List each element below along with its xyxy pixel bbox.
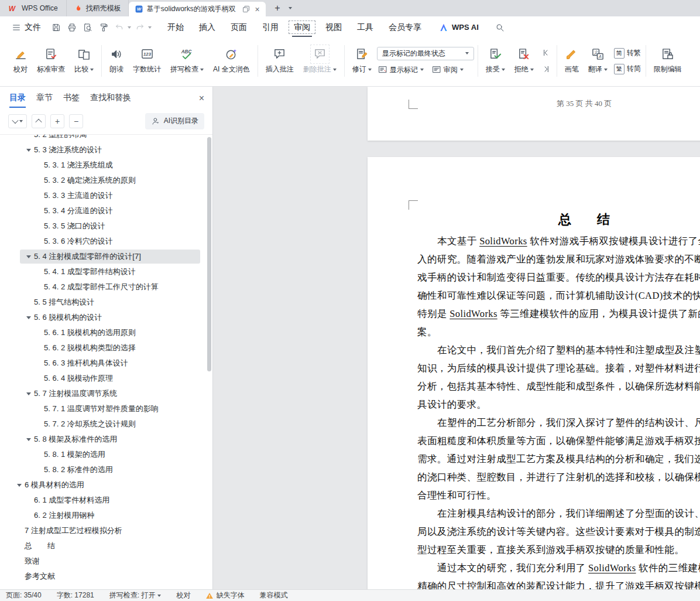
outline-item[interactable]: 5. 4. 1 成型零部件结构设计 — [0, 264, 207, 279]
outline-item[interactable]: 总 结 — [0, 538, 207, 554]
show-markup-button[interactable]: 显示标记 — [377, 64, 425, 76]
menu-item-引用[interactable]: 引用 — [255, 16, 286, 38]
collapse-triangle-icon[interactable] — [25, 438, 33, 441]
simplified-to-traditional-button[interactable]: 简 转繁 — [613, 47, 642, 59]
read-aloud-button[interactable]: 朗读 — [105, 46, 128, 76]
collapse-triangle-icon[interactable] — [25, 255, 33, 258]
outline-item[interactable]: 5. 3. 6 冷料穴的设计 — [0, 234, 207, 249]
outline-item[interactable]: 6. 1 成型零件材料选用 — [0, 493, 207, 508]
collapse-triangle-icon[interactable] — [15, 484, 23, 487]
spell-check-button[interactable]: ABC 拼写检查 — [166, 46, 208, 76]
compare-button[interactable]: 比较 — [70, 46, 98, 76]
compatibility-mode-indicator[interactable]: 兼容模式 — [259, 590, 287, 600]
reject-button[interactable]: 拒绝 — [510, 46, 538, 76]
review-pane-button[interactable]: 审阅 — [431, 64, 465, 76]
menu-item-审阅[interactable]: 审阅 — [286, 16, 318, 38]
collapse-button[interactable] — [32, 114, 46, 128]
tab-template-store[interactable]: 找稻壳模板 — [66, 0, 129, 16]
outline-item[interactable]: 参考文献 — [0, 569, 207, 584]
outline-item[interactable]: 5. 8. 1 模架的选用 — [0, 447, 207, 462]
insert-comment-button[interactable]: 插入批注 — [262, 46, 298, 76]
outline-item[interactable]: 5. 3. 3 主流道的设计 — [0, 188, 207, 203]
redo-chevron-icon[interactable] — [148, 26, 152, 29]
outline-item[interactable]: 5. 7. 1 温度调节对塑件质量的影响 — [0, 401, 207, 416]
outline-item[interactable]: 6 模具材料的选用 — [0, 477, 207, 493]
menu-item-页面[interactable]: 页面 — [223, 16, 255, 38]
outline-item[interactable]: 5. 6. 3 推杆机构具体设计 — [0, 356, 207, 371]
spellcheck-toggle[interactable]: 拼写检查: 打开 — [109, 590, 162, 600]
menu-item-工具[interactable]: 工具 — [349, 16, 381, 38]
new-tab-button[interactable]: + — [272, 2, 283, 14]
outline-item[interactable]: 5. 4 注射模成型零部件的设计[7] — [0, 249, 207, 264]
outline-item[interactable]: 5. 3. 5 浇口的设计 — [0, 218, 207, 234]
proofread-status[interactable]: 校对 — [176, 590, 190, 600]
page-indicator[interactable]: 页面: 35/40 — [6, 590, 42, 600]
outline-item[interactable]: 5. 3. 2 确定浇注系统的原则 — [0, 173, 207, 188]
expand-all-button[interactable]: + — [50, 114, 64, 128]
collapse-triangle-icon[interactable] — [25, 392, 33, 395]
ai-recognize-toc-button[interactable]: AI识别目录 — [145, 113, 204, 129]
outline-item[interactable]: 5. 8. 2 标准件的选用 — [0, 462, 207, 477]
outline-item[interactable]: 5. 3 浇注系统的设计 — [0, 142, 207, 158]
outline-item[interactable]: 5. 6. 1 脱模机构的选用原则 — [0, 325, 207, 340]
outline-item[interactable]: 5. 3. 1 浇注系统组成 — [0, 158, 207, 173]
panel-tab-outline[interactable]: 目录 — [9, 93, 26, 103]
next-change-button[interactable] — [539, 63, 553, 75]
panel-scrollbar-thumb[interactable] — [207, 137, 211, 371]
traditional-to-simplified-button[interactable]: 繁 转简 — [613, 63, 642, 75]
file-menu-button[interactable]: 文件 — [6, 16, 47, 38]
standard-review-button[interactable]: 标准审查 — [33, 46, 69, 76]
search-button[interactable] — [495, 23, 505, 32]
print-preview-button[interactable] — [81, 21, 95, 35]
collapse-triangle-icon[interactable] — [25, 149, 33, 152]
word-count-button[interactable]: 123 字数统计 — [129, 46, 165, 76]
ink-pen-button[interactable]: 画笔 — [561, 46, 583, 76]
collapse-all-button[interactable]: − — [69, 114, 83, 128]
word-count-indicator[interactable]: 字数: 17281 — [57, 590, 94, 600]
markup-state-select[interactable]: 显示标记的最终状态 — [377, 47, 474, 60]
close-tab-icon[interactable]: × — [255, 5, 260, 13]
undo-chevron-icon[interactable] — [128, 26, 131, 29]
redo-button[interactable] — [133, 21, 147, 35]
wps-home-button[interactable]: W WPS Office — [0, 0, 66, 16]
tab-document[interactable]: W 基于solidworks的游戏手柄双 × — [129, 2, 266, 16]
panel-tab-find-replace[interactable]: 查找和替换 — [90, 93, 131, 103]
accept-button[interactable]: 接受 — [482, 46, 509, 76]
restrict-editing-button[interactable]: 限制编辑 — [650, 46, 686, 76]
expand-collapse-dropdown[interactable] — [8, 114, 27, 128]
panel-close-icon[interactable]: × — [199, 94, 204, 103]
panel-tab-bookmarks[interactable]: 书签 — [63, 93, 80, 103]
tab-list-chevron-icon[interactable] — [289, 7, 292, 9]
save-button[interactable] — [49, 21, 63, 35]
outline-item[interactable]: 5. 5 排气结构设计 — [0, 295, 207, 310]
missing-font-warning[interactable]: 缺失字体 — [205, 590, 244, 600]
outline-item[interactable]: 致谢 — [0, 554, 207, 569]
outline-item[interactable]: 5. 7. 2 冷却系统之设计规则 — [0, 416, 207, 432]
outline-item[interactable]: 5. 3. 4 分流道的设计 — [0, 203, 207, 218]
outline-item[interactable]: 5. 4. 2 成型零部件工作尺寸的计算 — [0, 279, 207, 295]
collapse-triangle-icon[interactable] — [25, 316, 33, 319]
menu-item-开始[interactable]: 开始 — [160, 16, 191, 38]
delete-comment-button[interactable]: 删除批注 — [299, 46, 341, 76]
previous-change-button[interactable] — [539, 47, 553, 59]
outline-item[interactable]: 5. 2 型腔的布局 — [0, 135, 207, 142]
document-page-35[interactable]: 第 35 页 共 40 页 — [368, 87, 700, 141]
proofread-button[interactable]: 校对 — [9, 46, 32, 76]
ai-polish-button[interactable]: AI 全文润色 — [209, 46, 254, 76]
outline-item[interactable]: 5. 6. 2 脱模机构类型的选择 — [0, 340, 207, 356]
panel-tab-chapters[interactable]: 章节 — [36, 93, 53, 103]
outline-item[interactable]: 5. 6. 4 脱模动作原理 — [0, 371, 207, 386]
outline-item[interactable]: 6. 2 注射模用钢种 — [0, 508, 207, 523]
document-page-36[interactable]: 总 结 本文基于 SolidWorks 软件对游戏手柄双按键模具设计进行了全面深… — [368, 157, 700, 589]
open-in-window-icon[interactable] — [242, 5, 251, 13]
outline-item[interactable]: 7 注射成型工艺过程模拟分析 — [0, 523, 207, 538]
undo-button[interactable] — [112, 21, 126, 35]
print-button[interactable] — [65, 21, 79, 35]
wps-ai-button[interactable]: WPS AI — [438, 22, 479, 33]
outline-item[interactable]: 5. 8 模架及标准件的选用 — [0, 432, 207, 447]
outline-item[interactable]: 5. 6 脱模机构的设计 — [0, 310, 207, 325]
translate-button[interactable]: 文A 翻译 — [584, 46, 612, 76]
menu-item-插入[interactable]: 插入 — [191, 16, 223, 38]
outline-item[interactable]: 5. 7 注射模温度调节系统 — [0, 386, 207, 401]
menu-item-视图[interactable]: 视图 — [318, 16, 349, 38]
